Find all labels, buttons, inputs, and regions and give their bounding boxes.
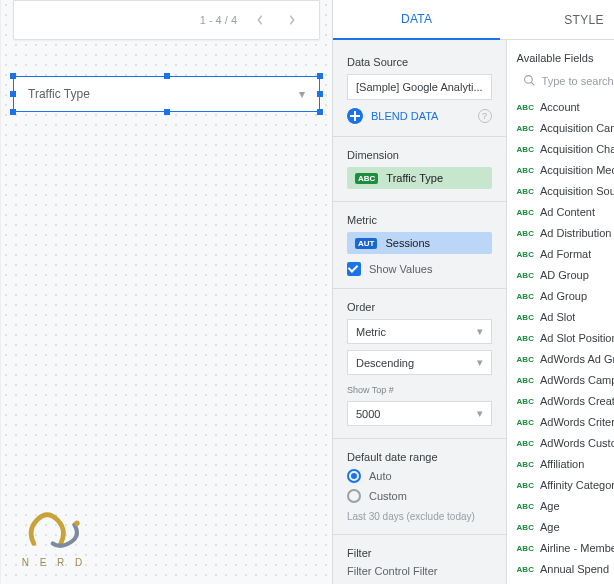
table-card: 1 - 4 / 4 xyxy=(13,0,320,40)
show-top-label: Show Top # xyxy=(347,385,492,395)
caret-down-icon: ▾ xyxy=(299,87,305,101)
daterange-custom-radio[interactable]: Custom xyxy=(347,489,492,503)
field-item[interactable]: ABCAdWords Creative ID xyxy=(507,391,614,412)
abc-icon: ABC xyxy=(517,351,534,368)
svg-point-1 xyxy=(524,76,532,84)
field-item[interactable]: ABCAccount xyxy=(507,97,614,118)
daterange-hint: Last 30 days (exclude today) xyxy=(347,511,492,522)
field-item[interactable]: ABCAcquisition Medium xyxy=(507,160,614,181)
field-item[interactable]: ABCAd Group xyxy=(507,286,614,307)
aut-badge: AUT xyxy=(355,238,377,249)
field-item[interactable]: ABCAd Distribution Netwo... xyxy=(507,223,614,244)
properties-panel: DATA STYLE Data Source [Sample] Google A… xyxy=(332,0,614,584)
metric-label: Metric xyxy=(347,214,492,226)
caret-down-icon: ▾ xyxy=(477,356,483,369)
field-item[interactable]: ABCAd Slot xyxy=(507,307,614,328)
abc-icon: ABC xyxy=(517,162,534,179)
svg-line-2 xyxy=(531,82,534,85)
field-item[interactable]: ABCAdWords Customer ID xyxy=(507,433,614,454)
metric-chip[interactable]: AUT Sessions xyxy=(347,232,492,254)
field-item[interactable]: ABCAcquisition Source xyxy=(507,181,614,202)
available-fields-title: Available Fields xyxy=(507,40,614,70)
abc-icon: ABC xyxy=(517,204,534,221)
daterange-label: Default date range xyxy=(347,451,492,463)
abc-icon: ABC xyxy=(517,498,534,515)
dimension-label: Dimension xyxy=(347,149,492,161)
fields-search-input[interactable]: Type to search xyxy=(517,70,614,91)
field-item[interactable]: ABCAirline - Member Tier xyxy=(507,538,614,559)
abc-icon: ABC xyxy=(517,519,534,536)
datasource-label: Data Source xyxy=(347,56,492,68)
show-top-select[interactable]: 5000▾ xyxy=(347,401,492,426)
abc-icon: ABC xyxy=(517,330,534,347)
show-values-checkbox[interactable]: Show Values xyxy=(347,262,492,276)
order-by-select[interactable]: Metric▾ xyxy=(347,319,492,344)
field-item[interactable]: ABCAcquisition Campaign xyxy=(507,118,614,139)
checkbox-checked-icon xyxy=(347,262,361,276)
selected-dropdown-control[interactable]: Traffic Type ▾ xyxy=(13,76,320,112)
field-item[interactable]: ABCAffinity Category (reac... xyxy=(507,475,614,496)
pager-next-icon[interactable] xyxy=(283,11,301,29)
pager-text: 1 - 4 / 4 xyxy=(200,14,237,26)
field-item[interactable]: ABCAge xyxy=(507,517,614,538)
order-label: Order xyxy=(347,301,492,313)
fields-list: ABCAccountABCAcquisition CampaignABCAcqu… xyxy=(507,97,614,584)
field-item[interactable]: ABCApp ID xyxy=(507,580,614,584)
caret-down-icon: ▾ xyxy=(477,407,483,420)
search-icon xyxy=(523,74,536,87)
field-item[interactable]: ABCAdWords Criteria ID xyxy=(507,412,614,433)
tab-style[interactable]: STYLE xyxy=(500,0,614,39)
blend-data-button[interactable]: BLEND DATA ? xyxy=(347,108,492,124)
dropdown-label: Traffic Type xyxy=(28,87,90,101)
field-item[interactable]: ABCAD Group xyxy=(507,265,614,286)
abc-icon: ABC xyxy=(517,561,534,578)
caret-down-icon: ▾ xyxy=(477,325,483,338)
pager-prev-icon[interactable] xyxy=(251,11,269,29)
datasource-selector[interactable]: [Sample] Google Analyti... xyxy=(347,74,492,100)
radio-unselected-icon xyxy=(347,489,361,503)
field-item[interactable]: ABCAnnual Spend xyxy=(507,559,614,580)
filter-sub: Filter Control Filter xyxy=(347,565,492,577)
abc-icon: ABC xyxy=(517,141,534,158)
report-canvas[interactable]: 1 - 4 / 4 Traffic Type ▾ N E R D xyxy=(1,0,332,584)
abc-icon: ABC xyxy=(517,372,534,389)
abc-icon: ABC xyxy=(517,309,534,326)
panel-tabs: DATA STYLE xyxy=(333,0,614,40)
field-item[interactable]: ABCAffiliation xyxy=(507,454,614,475)
abc-icon: ABC xyxy=(517,456,534,473)
search-placeholder: Type to search xyxy=(542,75,614,87)
abc-icon: ABC xyxy=(517,414,534,431)
data-settings-column: Data Source [Sample] Google Analyti... B… xyxy=(333,40,506,584)
order-dir-select[interactable]: Descending▾ xyxy=(347,350,492,375)
field-item[interactable]: ABCAd Format xyxy=(507,244,614,265)
tab-data[interactable]: DATA xyxy=(333,0,500,40)
field-item[interactable]: ABCAcquisition Channel xyxy=(507,139,614,160)
field-item[interactable]: ABCAdWords Ad Group ID xyxy=(507,349,614,370)
field-item[interactable]: ABCAdWords Campaign ID xyxy=(507,370,614,391)
daterange-auto-radio[interactable]: Auto xyxy=(347,469,492,483)
help-icon[interactable]: ? xyxy=(478,109,492,123)
abc-icon: ABC xyxy=(517,120,534,137)
abc-icon: ABC xyxy=(517,435,534,452)
available-fields-column: Available Fields Type to search ABCAccou… xyxy=(506,40,614,584)
abc-icon: ABC xyxy=(517,99,534,116)
field-item[interactable]: ABCAd Content xyxy=(507,202,614,223)
dimension-chip[interactable]: ABC Traffic Type xyxy=(347,167,492,189)
abc-icon: ABC xyxy=(517,540,534,557)
abc-icon: ABC xyxy=(517,183,534,200)
abc-icon: ABC xyxy=(517,393,534,410)
svg-point-0 xyxy=(74,521,79,526)
field-item[interactable]: ABCAge xyxy=(507,496,614,517)
filter-label: Filter xyxy=(347,547,492,559)
abc-icon: ABC xyxy=(517,477,534,494)
field-item[interactable]: ABCAd Slot Position xyxy=(507,328,614,349)
abc-icon: ABC xyxy=(517,288,534,305)
abc-icon: ABC xyxy=(517,246,534,263)
radio-selected-icon xyxy=(347,469,361,483)
watermark-logo: N E R D xyxy=(19,503,89,568)
abc-badge: ABC xyxy=(355,173,378,184)
plus-circle-icon xyxy=(347,108,363,124)
abc-icon: ABC xyxy=(517,267,534,284)
abc-icon: ABC xyxy=(517,225,534,242)
